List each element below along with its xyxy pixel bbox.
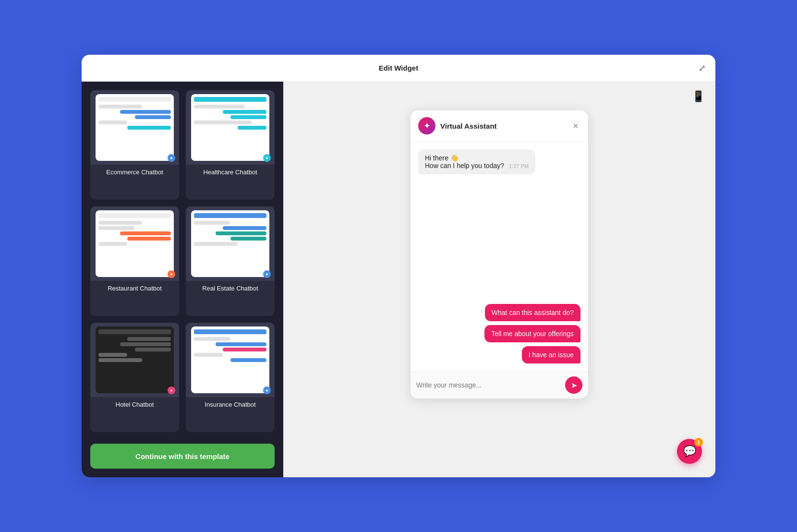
template-preview-ecommerce: ● (90, 90, 179, 165)
template-card-restaurant[interactable]: ● Restaurant Chatbot (90, 206, 179, 316)
expand-icon[interactable]: ⤢ (699, 63, 706, 73)
continue-button[interactable]: Continue with this template (90, 444, 275, 469)
template-card-healthcare[interactable]: ● Healthcare Chatbot (186, 90, 275, 200)
avatar-icon: ✦ (423, 121, 431, 131)
template-card-ecommerce[interactable]: ● Ecommerce Chatbot (90, 90, 179, 200)
template-preview-restaurant: ● (90, 206, 179, 281)
window-title: Edit Widget (379, 64, 418, 72)
chat-input-area: ➤ (411, 371, 588, 399)
restaurant-label: Restaurant Chatbot (90, 281, 179, 296)
chat-send-button[interactable]: ➤ (565, 376, 582, 394)
insurance-label: Insurance Chatbot (186, 397, 275, 412)
template-preview-insurance: ● (186, 323, 275, 397)
healthcare-label: Healthcare Chatbot (186, 165, 275, 180)
restaurant-dot: ● (168, 270, 175, 278)
template-card-hotel[interactable]: ● Hotel Chatbot (90, 323, 179, 432)
ecommerce-dot: ● (168, 154, 175, 162)
realestate-dot: ● (263, 270, 271, 278)
send-icon: ➤ (571, 381, 577, 390)
floating-btn-container: 💬 1 (677, 439, 702, 464)
chat-widget: ✦ Virtual Assistant × Hi there 👋 How can… (411, 110, 588, 399)
template-card-realestate[interactable]: ● Real Estate Chatbot (186, 206, 275, 316)
template-preview-healthcare: ● (186, 90, 275, 165)
quick-reply-3[interactable]: I have an issue (522, 346, 580, 363)
bot-subtext-1: How can I help you today? (425, 162, 504, 169)
realestate-label: Real Estate Chatbot (186, 281, 275, 296)
floating-badge: 1 (694, 438, 703, 447)
phone-icon[interactable]: 📱 (692, 90, 705, 103)
chat-title: Virtual Assistant (440, 122, 566, 130)
hotel-label: Hotel Chatbot (90, 397, 179, 412)
chat-header: ✦ Virtual Assistant × (411, 110, 588, 142)
bot-message-1: Hi there 👋 How can I help you today? 1:2… (418, 149, 535, 174)
quick-reply-1[interactable]: What can this assistant do? (485, 304, 580, 321)
template-preview-hotel: ● (90, 323, 179, 397)
left-panel: ● Ecommerce Chatbot (82, 82, 283, 477)
chat-input[interactable] (416, 381, 561, 389)
hotel-dot: ● (168, 387, 175, 394)
chat-messages: Hi there 👋 How can I help you today? 1:2… (411, 142, 588, 371)
msg-time-1: 1:27 PM (509, 163, 529, 169)
ecommerce-label: Ecommerce Chatbot (90, 165, 179, 180)
content-area: ● Ecommerce Chatbot (82, 82, 715, 477)
template-preview-realestate: ● (186, 206, 275, 281)
templates-grid: ● Ecommerce Chatbot (82, 82, 283, 438)
chat-avatar: ✦ (418, 117, 435, 134)
quick-reply-2[interactable]: Tell me about your offerings (484, 325, 580, 342)
template-card-insurance[interactable]: ● Insurance Chatbot (186, 323, 275, 432)
title-bar: Edit Widget ⤢ (82, 55, 715, 82)
right-panel: 📱 ✦ Virtual Assistant × Hi there 👋 How c… (283, 82, 715, 477)
chat-close-button[interactable]: × (571, 121, 580, 132)
bot-text-1: Hi there 👋 (425, 154, 459, 162)
main-window: Edit Widget ⤢ (82, 55, 715, 477)
insurance-dot: ● (263, 387, 271, 394)
healthcare-dot: ● (263, 154, 271, 162)
